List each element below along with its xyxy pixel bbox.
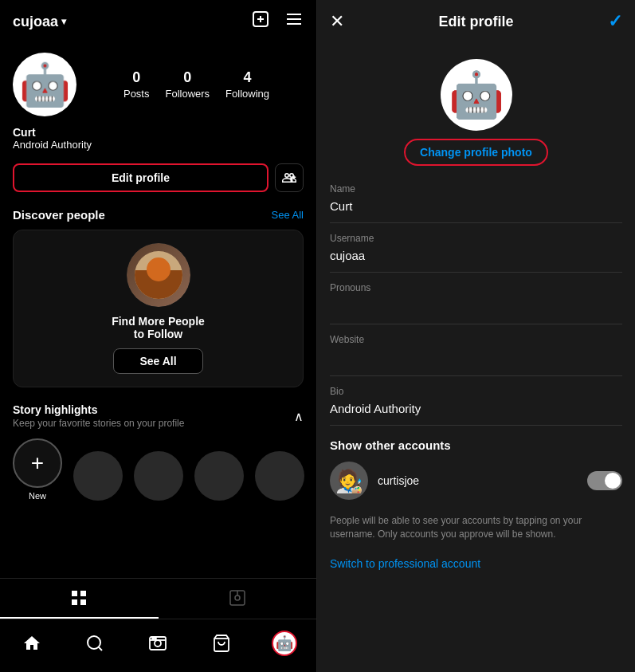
avatar: 🤖 <box>13 53 76 116</box>
svg-point-21 <box>155 638 156 639</box>
left-header: cujoaa ▾ <box>0 0 316 43</box>
pronouns-field[interactable]: Pronouns <box>330 273 622 324</box>
followers-count: 0 <box>183 69 191 86</box>
website-field[interactable]: Website <box>330 324 622 376</box>
bio-field[interactable]: Bio Android Authority <box>330 376 622 426</box>
highlight-circle-3[interactable] <box>194 451 244 501</box>
highlights-title: Story highlights <box>13 403 184 416</box>
svg-point-13 <box>235 595 240 600</box>
discover-section: Discover people See All Find More People… <box>0 198 316 394</box>
other-account-avatar: 🧑‍🎨 <box>330 462 368 500</box>
highlights-subtitle: Keep your favorite stories on your profi… <box>13 418 184 429</box>
new-highlight-label: New <box>29 491 46 501</box>
svg-line-16 <box>99 647 102 650</box>
bio-label: Bio <box>330 386 622 397</box>
change-profile-photo-button[interactable]: Change profile photo <box>404 139 548 166</box>
header-icons <box>251 10 304 33</box>
confirm-icon[interactable]: ✓ <box>608 11 622 32</box>
name-label: Name <box>330 183 622 195</box>
website-label: Website <box>330 334 622 345</box>
nav-shop[interactable] <box>202 627 241 659</box>
tab-tagged[interactable] <box>159 579 317 619</box>
website-value[interactable] <box>330 350 622 366</box>
left-panel: cujoaa ▾ 🤖 <box>0 0 317 672</box>
show-account-toggle[interactable] <box>587 471 622 490</box>
followers-label: Followers <box>165 88 210 100</box>
bio-value[interactable]: Android Authority <box>330 402 622 415</box>
edit-avatar[interactable]: 🤖 <box>441 59 512 131</box>
edit-profile-row: Edit profile <box>0 157 316 198</box>
account-row: 🧑‍🎨 curtisjoe <box>330 462 622 500</box>
change-photo-label: Change profile photo <box>420 146 532 159</box>
edit-profile-title: Edit profile <box>439 14 514 30</box>
username-value[interactable]: cujoaa <box>330 249 622 262</box>
highlight-item-2[interactable] <box>134 451 183 501</box>
highlight-item-4[interactable] <box>255 451 304 501</box>
profile-name: Curt <box>13 126 304 139</box>
name-field[interactable]: Name Curt <box>330 174 622 223</box>
nav-reels[interactable] <box>138 627 178 659</box>
highlight-circle-1[interactable] <box>73 451 123 501</box>
discover-avatar <box>127 243 190 307</box>
pronouns-value[interactable] <box>330 298 622 314</box>
following-label: Following <box>225 88 269 100</box>
stats-row: 0 Posts 0 Followers 4 Following <box>89 69 304 100</box>
profile-bio: Android Authority <box>13 139 304 151</box>
svg-rect-11 <box>80 599 86 605</box>
nav-home[interactable] <box>12 627 52 659</box>
highlights-header: Story highlights Keep your favorite stor… <box>13 403 304 429</box>
username-field[interactable]: Username cujoaa <box>330 223 622 273</box>
close-icon[interactable]: ✕ <box>330 11 344 32</box>
edit-avatar-wrapper: 🤖 <box>441 59 512 131</box>
switch-professional-link[interactable]: Switch to professional account <box>317 549 635 586</box>
new-highlight-item[interactable]: + New <box>13 438 62 501</box>
highlight-item-3[interactable] <box>194 451 244 501</box>
svg-rect-8 <box>72 591 77 596</box>
discover-see-all-button[interactable]: See All <box>113 348 202 374</box>
svg-rect-10 <box>72 599 77 605</box>
posts-stat: 0 Posts <box>123 69 150 100</box>
add-person-button[interactable] <box>275 163 304 192</box>
profile-info: Curt Android Authority <box>0 123 316 157</box>
highlight-item-1[interactable] <box>73 451 123 501</box>
highlights-header-left: Story highlights Keep your favorite stor… <box>13 403 184 429</box>
highlight-circle-2[interactable] <box>134 451 183 501</box>
highlights-section: Story highlights Keep your favorite stor… <box>0 394 316 510</box>
discover-card-text: Find More Peopleto Follow <box>112 315 205 340</box>
following-count: 4 <box>244 69 252 86</box>
chevron-down-icon: ▾ <box>61 16 66 27</box>
other-account-name: curtisjoe <box>378 474 578 487</box>
posts-label: Posts <box>123 88 150 100</box>
add-post-icon[interactable] <box>251 10 270 33</box>
username-label: cujoaa <box>13 14 58 30</box>
username-label: Username <box>330 233 622 244</box>
following-stat[interactable]: 4 Following <box>225 69 269 100</box>
edit-profile-button[interactable]: Edit profile <box>13 163 269 192</box>
right-panel: ✕ Edit profile ✓ 🤖 Change profile photo … <box>317 0 635 672</box>
name-value[interactable]: Curt <box>330 199 622 213</box>
svg-rect-9 <box>80 591 86 596</box>
content-tabs <box>0 578 316 619</box>
svg-point-15 <box>88 636 100 649</box>
highlight-circle-4[interactable] <box>255 451 304 501</box>
followers-stat[interactable]: 0 Followers <box>165 69 210 100</box>
nav-search[interactable] <box>75 627 115 659</box>
profile-section: 🤖 0 Posts 0 Followers 4 Following <box>0 43 316 123</box>
highlights-chevron-icon[interactable]: ∧ <box>294 409 304 424</box>
svg-point-18 <box>155 640 161 646</box>
nav-profile[interactable]: 🤖 <box>265 627 304 659</box>
discover-title: Discover people <box>13 208 105 222</box>
plus-icon: + <box>31 450 44 476</box>
new-highlight-circle[interactable]: + <box>13 438 62 488</box>
menu-icon[interactable] <box>284 10 304 33</box>
pronouns-label: Pronouns <box>330 282 622 293</box>
tab-grid[interactable] <box>0 579 159 619</box>
edit-profile-header: ✕ Edit profile ✓ <box>317 0 635 43</box>
other-accounts-section: Show other accounts 🧑‍🎨 curtisjoe <box>317 426 635 506</box>
bottom-nav: 🤖 <box>0 619 316 672</box>
posts-count: 0 <box>132 69 140 86</box>
toggle-knob <box>605 473 621 489</box>
discover-see-all-link[interactable]: See All <box>272 209 304 221</box>
accounts-note: People will be able to see your accounts… <box>317 506 635 549</box>
username-header[interactable]: cujoaa ▾ <box>13 14 66 30</box>
